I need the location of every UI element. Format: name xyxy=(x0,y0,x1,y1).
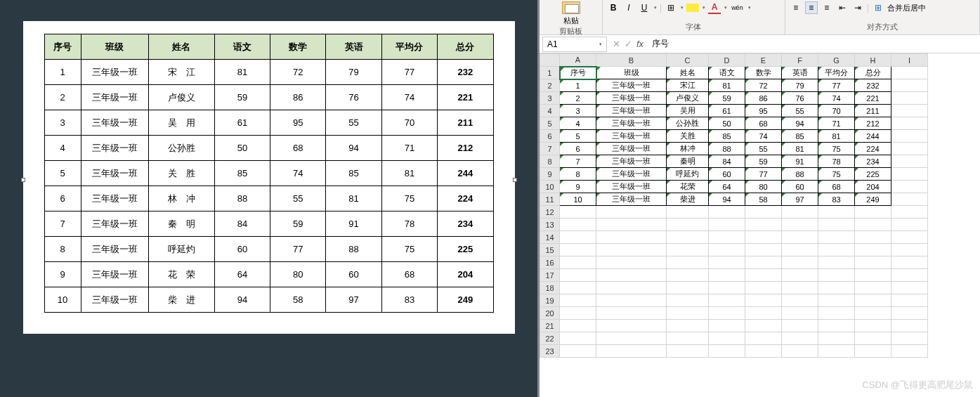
table-row[interactable]: 3三年级一班吴 用61955570211 xyxy=(44,110,493,136)
cell[interactable]: 三年级一班 xyxy=(596,130,667,143)
cell[interactable] xyxy=(891,143,928,155)
table-cell[interactable]: 三年级一班 xyxy=(81,211,148,237)
table-row[interactable]: 10三年级一班柴 进94589783249 xyxy=(44,287,493,313)
column-header[interactable]: H xyxy=(855,54,891,67)
cell[interactable]: 卢俊义 xyxy=(667,92,709,105)
cell[interactable] xyxy=(667,294,709,307)
cell[interactable]: 72 xyxy=(745,79,782,92)
cell[interactable] xyxy=(891,244,928,256)
table-cell[interactable]: 64 xyxy=(214,262,270,287)
cell[interactable]: 三年级一班 xyxy=(596,105,667,117)
cell[interactable] xyxy=(818,219,855,231)
table-cell[interactable]: 81 xyxy=(214,60,270,85)
table-cell[interactable]: 76 xyxy=(326,85,381,110)
cell[interactable] xyxy=(709,206,745,219)
table-cell[interactable]: 呼延灼 xyxy=(148,237,214,262)
cell[interactable] xyxy=(891,269,928,282)
cell[interactable] xyxy=(667,206,709,219)
cell[interactable]: 公孙胜 xyxy=(667,117,709,130)
table-row[interactable]: 5三年级一班关 胜85748581244 xyxy=(44,161,493,186)
cell[interactable] xyxy=(596,320,667,332)
cell[interactable] xyxy=(745,294,782,307)
cell[interactable] xyxy=(560,345,596,358)
table-cell[interactable]: 80 xyxy=(270,262,326,287)
cell[interactable]: 81 xyxy=(818,130,855,143)
cell[interactable]: 225 xyxy=(855,168,891,181)
cell[interactable] xyxy=(818,244,855,256)
spreadsheet-grid[interactable]: ABCDEFGHI1序号班级姓名语文数学英语平均分总分21三年级一班宋江8172… xyxy=(540,53,928,358)
table-cell[interactable]: 59 xyxy=(214,85,270,110)
cell[interactable]: 221 xyxy=(855,92,891,105)
cell[interactable] xyxy=(855,320,891,332)
table-cell[interactable]: 吴 用 xyxy=(148,110,214,136)
paste-button[interactable]: 粘贴 xyxy=(544,1,598,26)
cell[interactable] xyxy=(891,155,928,168)
row-header[interactable]: 19 xyxy=(540,294,560,307)
cell[interactable] xyxy=(782,307,818,320)
cell[interactable] xyxy=(560,332,596,345)
cell[interactable]: 88 xyxy=(709,143,745,155)
cell[interactable]: 序号 xyxy=(560,67,596,79)
cell[interactable] xyxy=(855,282,891,294)
cell[interactable]: 花荣 xyxy=(667,181,709,193)
row-header[interactable]: 8 xyxy=(540,155,560,168)
cell[interactable]: 4 xyxy=(560,117,596,130)
cell[interactable]: 宋江 xyxy=(667,79,709,92)
table-row[interactable]: 2三年级一班卢俊义59867674221 xyxy=(44,85,493,110)
table-cell[interactable]: 60 xyxy=(214,237,270,262)
cell[interactable] xyxy=(745,345,782,358)
cell[interactable] xyxy=(709,332,745,345)
table-cell[interactable]: 211 xyxy=(438,110,493,136)
cell[interactable]: 58 xyxy=(745,193,782,206)
column-header[interactable]: B xyxy=(596,54,667,67)
cell[interactable]: 76 xyxy=(782,92,818,105)
table-cell[interactable]: 5 xyxy=(44,161,81,186)
cell[interactable] xyxy=(818,256,855,269)
align-middle-button[interactable]: ≡ xyxy=(805,1,818,14)
row-header[interactable]: 16 xyxy=(540,256,560,269)
table-row[interactable]: 6三年级一班林 冲88558175224 xyxy=(44,186,493,211)
cell[interactable]: 语文 xyxy=(709,67,745,79)
chevron-down-icon[interactable]: ▾ xyxy=(654,5,657,11)
column-header[interactable]: C xyxy=(667,54,709,67)
grades-table[interactable]: 序号班级姓名语文数学英语平均分总分1三年级一班宋 江817279772322三年… xyxy=(44,34,494,313)
cell[interactable] xyxy=(782,219,818,231)
table-cell[interactable]: 77 xyxy=(381,60,437,85)
cell[interactable] xyxy=(596,231,667,244)
cell[interactable] xyxy=(709,320,745,332)
chevron-down-icon[interactable]: ▾ xyxy=(724,5,727,11)
table-cell[interactable]: 71 xyxy=(381,136,437,161)
table-cell[interactable]: 50 xyxy=(214,136,270,161)
cell[interactable] xyxy=(667,282,709,294)
cell[interactable] xyxy=(560,294,596,307)
cell[interactable] xyxy=(891,79,928,92)
cell[interactable]: 64 xyxy=(709,181,745,193)
table-cell[interactable]: 61 xyxy=(214,110,270,136)
table-cell[interactable]: 55 xyxy=(270,186,326,211)
cell[interactable]: 61 xyxy=(709,105,745,117)
table-cell[interactable]: 卢俊义 xyxy=(148,85,214,110)
row-header[interactable]: 2 xyxy=(540,79,560,92)
cell[interactable]: 81 xyxy=(782,143,818,155)
cell[interactable] xyxy=(596,219,667,231)
table-cell[interactable]: 77 xyxy=(270,237,326,262)
cell[interactable] xyxy=(709,219,745,231)
table-cell[interactable]: 三年级一班 xyxy=(81,262,148,287)
table-cell[interactable]: 三年级一班 xyxy=(81,110,148,136)
cell[interactable] xyxy=(782,332,818,345)
fx-icon[interactable]: fx xyxy=(636,39,643,49)
cell[interactable] xyxy=(782,282,818,294)
column-header[interactable]: G xyxy=(818,54,855,67)
cell[interactable] xyxy=(891,231,928,244)
cell[interactable] xyxy=(818,294,855,307)
cell[interactable]: 80 xyxy=(745,181,782,193)
table-cell[interactable]: 1 xyxy=(44,60,81,85)
cell[interactable]: 三年级一班 xyxy=(596,155,667,168)
cell[interactable] xyxy=(745,282,782,294)
cell[interactable]: 柴进 xyxy=(667,193,709,206)
cell[interactable]: 95 xyxy=(745,105,782,117)
cell[interactable]: 50 xyxy=(709,117,745,130)
cell[interactable] xyxy=(782,294,818,307)
cell[interactable] xyxy=(596,206,667,219)
cell[interactable] xyxy=(818,282,855,294)
